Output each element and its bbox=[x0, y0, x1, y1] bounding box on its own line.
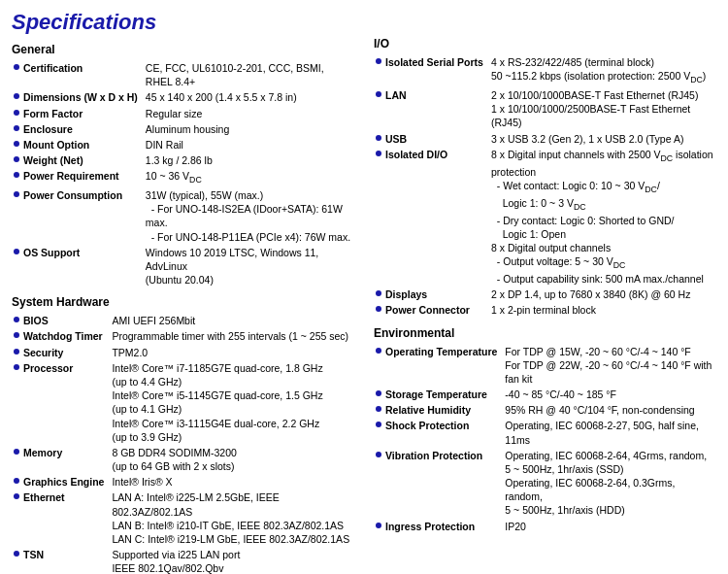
table-row: Isolated DI/O 8 x Digital input channels… bbox=[374, 147, 716, 287]
shock-value: Operating, IEC 60068-2-27, 50G, half sin… bbox=[503, 418, 716, 447]
bullet-icon bbox=[376, 91, 381, 97]
bullet-icon bbox=[14, 364, 19, 370]
table-row: Form Factor Regular size bbox=[12, 106, 354, 121]
dimensions-value: 45 x 140 x 200 (1.4 x 5.5 x 7.8 in) bbox=[144, 89, 354, 105]
table-row: OS Support Windows 10 2019 LTSC, Windows… bbox=[12, 245, 354, 288]
mount-label: Mount Option bbox=[12, 137, 144, 152]
graphics-value: Intel® Iris® X bbox=[110, 474, 354, 490]
tsn-value: Supported via i225 LAN port IEEE 802.1Qa… bbox=[110, 547, 354, 574]
table-row: TSN Supported via i225 LAN port IEEE 802… bbox=[12, 547, 354, 574]
bullet-icon bbox=[14, 125, 19, 131]
table-row: Relative Humidity 95% RH @ 40 °C/104 °F,… bbox=[374, 402, 716, 418]
usb-label: USB bbox=[374, 131, 489, 147]
serial-ports-label: Isolated Serial Ports bbox=[374, 54, 489, 87]
table-row: Vibration Protection Operating, IEC 6006… bbox=[374, 448, 716, 519]
bullet-icon bbox=[376, 58, 381, 64]
bios-label: BIOS bbox=[12, 313, 110, 328]
bullet-icon bbox=[376, 406, 381, 412]
bullet-icon bbox=[376, 135, 381, 141]
table-row: Operating Temperature For TDP @ 15W, -20… bbox=[374, 344, 716, 388]
bullet-icon bbox=[376, 452, 381, 457]
bullet-icon bbox=[14, 191, 19, 197]
displays-label: Displays bbox=[374, 287, 489, 302]
weight-label: Weight (Net) bbox=[12, 152, 144, 168]
bullet-icon bbox=[376, 306, 381, 312]
table-row: Storage Temperature -40 ~ 85 °C/-40 ~ 18… bbox=[374, 387, 716, 402]
table-row: Memory 8 GB DDR4 SODIMM-3200 (up to 64 G… bbox=[12, 445, 354, 474]
table-row: Certification CE, FCC, UL61010-2-201, CC… bbox=[12, 60, 354, 89]
table-row: Processor Intel® Core™ i7-1185G7E quad-c… bbox=[12, 360, 354, 445]
bullet-icon bbox=[14, 332, 19, 338]
table-row: Isolated Serial Ports 4 x RS-232/422/485… bbox=[374, 54, 716, 87]
lan-value: 2 x 10/100/1000BASE-T Fast Ethernet (RJ4… bbox=[489, 87, 716, 131]
ethernet-label: Ethernet bbox=[12, 490, 110, 547]
general-table: Certification CE, FCC, UL61010-2-201, CC… bbox=[12, 60, 354, 287]
enclosure-value: Aluminum housing bbox=[144, 121, 354, 137]
bullet-icon bbox=[376, 390, 381, 396]
displays-value: 2 x DP 1.4, up to 7680 x 3840 (8K) @ 60 … bbox=[489, 287, 716, 302]
storage-temp-value: -40 ~ 85 °C/-40 ~ 185 °F bbox=[503, 387, 716, 402]
table-row: Weight (Net) 1.3 kg / 2.86 lb bbox=[12, 152, 354, 168]
table-row: Power Consumption 31W (typical), 55W (ma… bbox=[12, 187, 354, 245]
right-column: I/O Isolated Serial Ports 4 x RS-232/422… bbox=[374, 10, 716, 574]
processor-value: Intel® Core™ i7-1185G7E quad-core, 1.8 G… bbox=[110, 360, 354, 445]
bullet-icon bbox=[14, 141, 19, 147]
tsn-label: TSN bbox=[12, 547, 110, 574]
bullet-icon bbox=[376, 151, 381, 156]
table-row: Dimensions (W x D x H) 45 x 140 x 200 (1… bbox=[12, 89, 354, 105]
vibration-value: Operating, IEC 60068-2-64, 4Grms, random… bbox=[503, 448, 716, 519]
lan-label: LAN bbox=[374, 87, 489, 131]
watchdog-value: Programmable timer with 255 intervals (1… bbox=[110, 328, 354, 344]
bullet-icon bbox=[376, 523, 381, 528]
memory-label: Memory bbox=[12, 445, 110, 474]
dimensions-label: Dimensions (W x D x H) bbox=[12, 89, 144, 105]
security-label: Security bbox=[12, 345, 110, 360]
page-wrapper: Specifications General Certification CE,… bbox=[0, 0, 728, 574]
isolated-dio-label: Isolated DI/O bbox=[374, 147, 489, 287]
table-row: Graphics Engine Intel® Iris® X bbox=[12, 474, 354, 490]
table-row: Shock Protection Operating, IEC 60068-2-… bbox=[374, 418, 716, 447]
cert-value: CE, FCC, UL61010-2-201, CCC, BSMI, RHEL … bbox=[144, 60, 354, 89]
table-row: LAN 2 x 10/100/1000BASE-T Fast Ethernet … bbox=[374, 87, 716, 131]
page-title: Specifications bbox=[12, 10, 354, 35]
formfactor-label: Form Factor bbox=[12, 106, 144, 121]
section-system-hardware: System Hardware bbox=[12, 295, 354, 309]
table-row: Security TPM2.0 bbox=[12, 345, 354, 360]
table-row: BIOS AMI UEFI 256Mbit bbox=[12, 313, 354, 328]
table-row: USB 3 x USB 3.2 (Gen 2), 1 x USB 2.0 (Ty… bbox=[374, 131, 716, 147]
power-connector-label: Power Connector bbox=[374, 302, 489, 318]
bullet-icon bbox=[14, 172, 19, 178]
table-row: Enclosure Aluminum housing bbox=[12, 121, 354, 137]
bullet-icon bbox=[14, 317, 19, 322]
bullet-icon bbox=[14, 349, 19, 355]
bullet-icon bbox=[14, 110, 19, 116]
usb-value: 3 x USB 3.2 (Gen 2), 1 x USB 2.0 (Type A… bbox=[489, 131, 716, 147]
storage-temp-label: Storage Temperature bbox=[374, 387, 503, 402]
bullet-icon bbox=[14, 449, 19, 455]
enclosure-label: Enclosure bbox=[12, 121, 144, 137]
processor-label: Processor bbox=[12, 360, 110, 445]
table-row: Power Requirement 10 ~ 36 VDC bbox=[12, 168, 354, 187]
serial-ports-value: 4 x RS-232/422/485 (terminal block) 50 ~… bbox=[489, 54, 716, 87]
left-column: Specifications General Certification CE,… bbox=[12, 10, 354, 574]
system-hardware-table: BIOS AMI UEFI 256Mbit Watchdog Timer Pro… bbox=[12, 313, 354, 574]
ingress-label: Ingress Protection bbox=[374, 519, 503, 534]
bullet-icon bbox=[14, 93, 19, 99]
cert-label: Certification bbox=[12, 60, 144, 89]
bullet-icon bbox=[14, 249, 19, 254]
section-general: General bbox=[12, 43, 354, 56]
table-row: Power Connector 1 x 2-pin terminal block bbox=[374, 302, 716, 318]
bios-value: AMI UEFI 256Mbit bbox=[110, 313, 354, 328]
ethernet-value: LAN A: Intel® i225-LM 2.5GbE, IEEE 802.3… bbox=[110, 490, 354, 547]
mount-value: DIN Rail bbox=[144, 137, 354, 152]
power-req-value: 10 ~ 36 VDC bbox=[144, 168, 354, 187]
memory-value: 8 GB DDR4 SODIMM-3200 (up to 64 GB with … bbox=[110, 445, 354, 474]
power-cons-label: Power Consumption bbox=[12, 187, 144, 245]
vibration-label: Vibration Protection bbox=[374, 448, 503, 519]
os-value: Windows 10 2019 LTSC, Windows 11, AdvLin… bbox=[144, 245, 354, 288]
bullet-icon bbox=[14, 551, 19, 557]
environmental-table: Operating Temperature For TDP @ 15W, -20… bbox=[374, 344, 716, 534]
table-row: Mount Option DIN Rail bbox=[12, 137, 354, 152]
table-row: Ethernet LAN A: Intel® i225-LM 2.5GbE, I… bbox=[12, 490, 354, 547]
table-row: Watchdog Timer Programmable timer with 2… bbox=[12, 328, 354, 344]
